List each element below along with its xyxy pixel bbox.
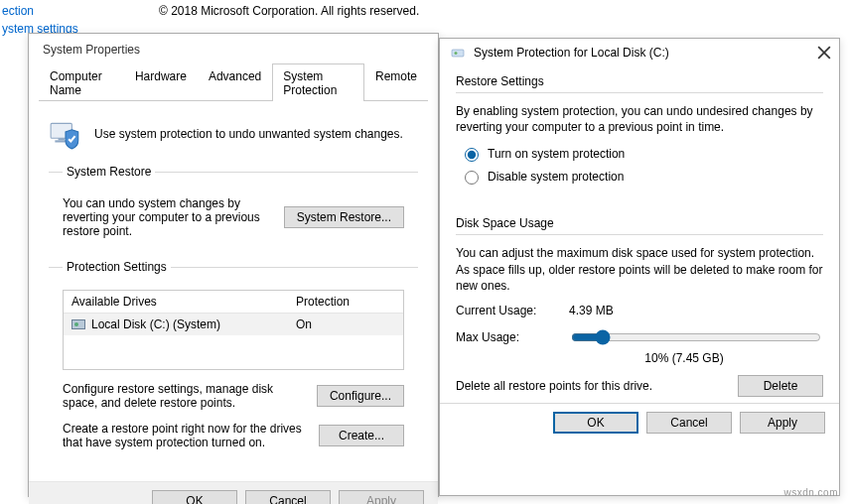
legend-restore-settings: Restore Settings bbox=[456, 74, 823, 93]
legend-system-restore: System Restore bbox=[63, 165, 155, 179]
copyright-text: © 2018 Microsoft Corporation. All rights… bbox=[159, 4, 419, 18]
system-properties-window: System Properties Computer Name Hardware… bbox=[28, 33, 439, 497]
current-usage-value: 4.39 MB bbox=[569, 304, 614, 317]
current-usage-label: Current Usage: bbox=[456, 304, 555, 317]
group-system-restore: System Restore You can undo system chang… bbox=[49, 165, 418, 248]
radio-off[interactable] bbox=[465, 171, 479, 185]
create-button[interactable]: Create... bbox=[319, 425, 404, 446]
svg-rect-3 bbox=[452, 50, 464, 57]
max-usage-value: 10% (7.45 GB) bbox=[456, 351, 823, 365]
apply-button[interactable]: Apply bbox=[740, 412, 825, 434]
drive-row-local-c[interactable]: Local Disk (C:) (System) On bbox=[64, 314, 403, 335]
bg-link-ection: ection bbox=[2, 4, 34, 18]
create-text: Create a restore point right now for the… bbox=[63, 422, 307, 449]
intro-text: Use system protection to undo unwanted s… bbox=[94, 127, 403, 141]
radio-on[interactable] bbox=[465, 148, 479, 162]
section-restore-settings: Restore Settings By enabling system prot… bbox=[456, 74, 823, 194]
tab-advanced[interactable]: Advanced bbox=[198, 63, 272, 101]
ok-button[interactable]: OK bbox=[152, 490, 237, 504]
system-restore-text: You can undo system changes by reverting… bbox=[63, 196, 272, 238]
watermark: wsxdn.com bbox=[783, 487, 838, 498]
shield-monitor-icon bbox=[49, 117, 82, 151]
tab-hardware[interactable]: Hardware bbox=[124, 63, 198, 101]
system-restore-button[interactable]: System Restore... bbox=[284, 206, 404, 228]
window-title: System Properties bbox=[29, 34, 438, 63]
group-protection-settings: Protection Settings Available Drives Pro… bbox=[49, 260, 418, 459]
tab-remote[interactable]: Remote bbox=[364, 63, 428, 101]
drive-name: Local Disk (C:) (System) bbox=[91, 317, 220, 331]
max-usage-label: Max Usage: bbox=[456, 330, 555, 344]
configure-text: Configure restore settings, manage disk … bbox=[63, 382, 305, 410]
section-disk-space-usage: Disk Space Usage You can adjust the maxi… bbox=[456, 216, 823, 403]
radio-turn-on-protection[interactable]: Turn on system protection bbox=[460, 145, 823, 162]
disk-space-text: You can adjust the maximum disk space us… bbox=[456, 245, 823, 294]
legend-disk-space: Disk Space Usage bbox=[456, 216, 823, 235]
col-header-drives: Available Drives bbox=[71, 295, 296, 309]
tab-system-protection[interactable]: System Protection bbox=[272, 63, 364, 101]
radio-on-label: Turn on system protection bbox=[488, 147, 625, 161]
delete-restore-points-text: Delete all restore points for this drive… bbox=[456, 379, 726, 393]
configure-button[interactable]: Configure... bbox=[317, 385, 404, 407]
col-header-protection: Protection bbox=[296, 295, 395, 309]
ok-button[interactable]: OK bbox=[553, 412, 638, 434]
legend-protection-settings: Protection Settings bbox=[63, 260, 171, 274]
disk-icon bbox=[450, 45, 466, 61]
svg-rect-1 bbox=[59, 138, 65, 140]
disk-icon bbox=[71, 319, 85, 329]
dialog-buttons: OK Cancel Apply bbox=[29, 481, 438, 504]
cancel-button[interactable]: Cancel bbox=[646, 412, 732, 434]
restore-settings-text: By enabling system protection, you can u… bbox=[456, 103, 823, 135]
radio-off-label: Disable system protection bbox=[488, 170, 624, 184]
close-icon[interactable] bbox=[817, 46, 831, 60]
delete-button[interactable]: Delete bbox=[738, 375, 823, 397]
dialog-title: System Protection for Local Disk (C:) bbox=[474, 46, 809, 60]
tabstrip: Computer Name Hardware Advanced System P… bbox=[39, 63, 428, 101]
max-usage-slider[interactable] bbox=[571, 327, 821, 347]
cancel-button[interactable]: Cancel bbox=[245, 490, 331, 504]
radio-disable-protection[interactable]: Disable system protection bbox=[460, 168, 823, 185]
svg-point-4 bbox=[455, 52, 458, 55]
drives-list[interactable]: Available Drives Protection Local Disk (… bbox=[63, 290, 404, 370]
system-protection-dialog: System Protection for Local Disk (C:) Re… bbox=[439, 38, 840, 496]
dialog-buttons: OK Cancel Apply bbox=[440, 403, 839, 443]
drive-protection-status: On bbox=[296, 317, 395, 331]
apply-button[interactable]: Apply bbox=[339, 490, 424, 504]
tab-computer-name[interactable]: Computer Name bbox=[39, 63, 124, 101]
